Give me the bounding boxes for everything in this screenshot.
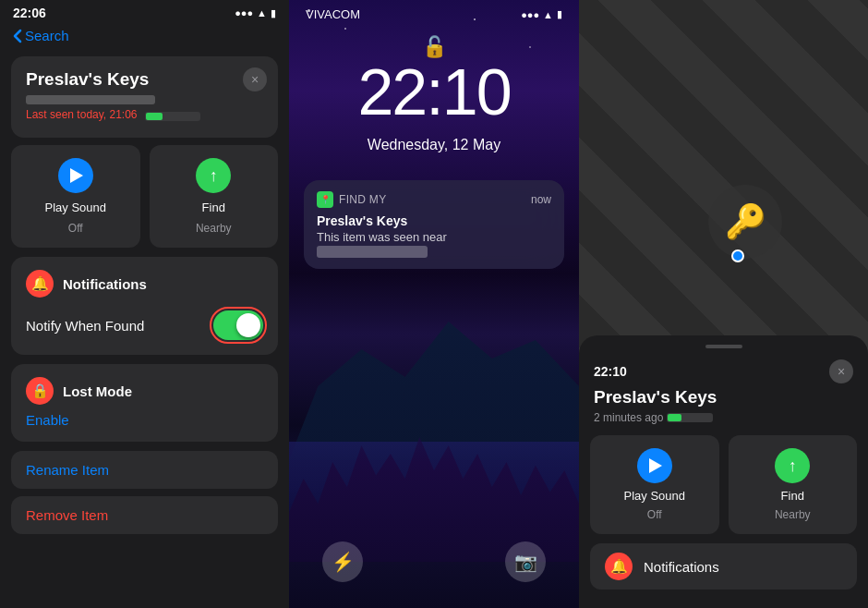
location-dot	[731, 249, 744, 262]
lockscreen-date: Wednesday, 12 May	[289, 137, 579, 153]
notifications-icon: 🔔	[26, 270, 54, 298]
map-play-sound-icon-bg	[637, 448, 672, 483]
back-label: Search	[25, 28, 69, 43]
ls-signal-icon: ●●●	[521, 9, 539, 20]
find-nearby-sub: Nearby	[196, 222, 232, 235]
play-sound-icon-bg	[58, 158, 93, 193]
map-action-buttons-row: Play Sound Off ↑ Find Nearby	[579, 435, 868, 543]
notif-app-name: FIND MY	[339, 193, 386, 206]
signal-icon: ●●●	[235, 7, 253, 18]
device-last-seen: Last seen today, 21:06	[26, 108, 138, 121]
lockscreen-status-bar: VIVACOM ●●● ▲ ▮	[289, 7, 579, 21]
map-play-sound-label: Play Sound	[624, 489, 686, 503]
map-close-button[interactable]: ×	[829, 359, 853, 383]
play-sound-label: Play Sound	[45, 201, 107, 214]
find-nearby-button[interactable]: ↑ Find Nearby	[150, 145, 279, 248]
arrow-up-icon: ↑	[210, 166, 218, 186]
map-play-sound-button[interactable]: Play Sound Off	[590, 435, 719, 534]
notifications-header: 🔔 Notifications	[26, 270, 263, 298]
enable-lost-mode-button[interactable]: Enable	[26, 412, 69, 428]
nav-bar-p1: Search	[0, 24, 289, 49]
close-button[interactable]: ×	[243, 67, 267, 91]
lockscreen-time: 22:10	[289, 55, 579, 129]
notifications-section: 🔔 Notifications Notify When Found	[11, 257, 278, 355]
ls-wifi-icon: ▲	[543, 9, 553, 20]
findmy-app-icon: 📍	[317, 191, 333, 208]
map-find-nearby-sub: Nearby	[775, 508, 811, 521]
flashlight-button[interactable]: ⚡	[322, 541, 363, 582]
notif-title: Preslav's Keys	[317, 213, 551, 228]
notify-when-found-row: Notify When Found	[26, 309, 263, 342]
toggle-thumb	[236, 313, 260, 337]
notify-when-found-toggle[interactable]	[213, 310, 263, 340]
map-device-title: Preslav's Keys	[579, 387, 868, 411]
ls-battery-icon: ▮	[557, 8, 562, 20]
panel-lockscreen: VIVACOM ●●● ▲ ▮ 🔓 22:10 Wednesday, 12 Ma…	[289, 0, 579, 608]
ls-status-icons: ●●● ▲ ▮	[521, 8, 562, 20]
map-bottom-sheet: 22:10 × Preslav's Keys 2 minutes ago Pla…	[579, 335, 868, 608]
battery-icon: ▮	[271, 7, 276, 19]
map-arrow-up-icon: ↑	[789, 456, 797, 476]
camera-button[interactable]: 📷	[505, 541, 546, 582]
lost-mode-section: 🔒 Lost Mode Enable	[11, 364, 278, 442]
map-find-nearby-button[interactable]: ↑ Find Nearby	[729, 435, 858, 534]
back-button[interactable]: Search	[13, 28, 276, 43]
notif-app-row: 📍 FIND MY	[317, 191, 386, 208]
wifi-icon: ▲	[257, 7, 267, 18]
carrier-label: VIVACOM	[306, 7, 360, 21]
lockscreen-notification: 📍 FIND MY now Preslav's Keys This item w…	[304, 180, 564, 269]
device-battery	[145, 112, 200, 121]
find-nearby-icon-bg: ↑	[196, 158, 231, 193]
star-2	[344, 28, 346, 30]
lost-mode-icon: 🔒	[26, 377, 54, 405]
bottom-spacer	[579, 590, 868, 608]
toggle-track	[213, 310, 263, 340]
map-find-nearby-icon-bg: ↑	[775, 448, 810, 483]
device-card: Preslav's Keys Last seen today, 21:06 ×	[11, 56, 278, 138]
sheet-time: 22:10	[594, 364, 627, 379]
sheet-handle	[705, 345, 742, 348]
remove-item-button[interactable]: Remove Item	[11, 496, 278, 534]
status-time-p1: 22:06	[13, 6, 46, 20]
map-notifications-icon: 🔔	[605, 553, 633, 580]
map-notifications-row[interactable]: 🔔 Notifications	[590, 543, 857, 590]
map-battery	[667, 413, 713, 422]
panel-findmy-app: 22:06 ●●● ▲ ▮ Search Preslav's Keys Last…	[0, 0, 289, 608]
map-play-icon	[649, 458, 662, 473]
map-play-sound-sub: Off	[647, 508, 662, 521]
play-icon	[70, 168, 83, 183]
rename-item-button[interactable]: Rename Item	[11, 451, 278, 489]
lost-mode-title: Lost Mode	[63, 383, 132, 399]
map-device-meta: 2 minutes ago	[579, 411, 868, 435]
play-sound-sub: Off	[68, 222, 83, 235]
notif-address-blur	[317, 246, 428, 258]
notif-body: This item was seen near	[317, 230, 551, 258]
status-bar-panel1: 22:06 ●●● ▲ ▮	[0, 0, 289, 24]
notif-header: 📍 FIND MY now	[317, 191, 551, 208]
notify-when-found-label: Notify When Found	[26, 318, 144, 334]
action-buttons-row: Play Sound Off ↑ Find Nearby	[11, 145, 278, 248]
play-sound-button[interactable]: Play Sound Off	[11, 145, 140, 248]
key-marker: 🔑	[708, 185, 782, 259]
map-find-nearby-label: Find	[781, 489, 804, 503]
panel-map: 🔑 22:10 × Preslav's Keys 2 minutes ago P…	[579, 0, 868, 608]
sheet-status-bar: 22:10 ×	[579, 359, 868, 387]
notif-time: now	[531, 193, 551, 206]
status-icons-p1: ●●● ▲ ▮	[235, 7, 276, 19]
lost-mode-header: 🔒 Lost Mode	[26, 377, 263, 405]
device-title: Preslav's Keys	[26, 69, 263, 90]
find-nearby-label: Find	[202, 201, 225, 214]
map-notifications-label: Notifications	[644, 559, 719, 575]
notifications-title: Notifications	[63, 276, 147, 292]
star-4	[529, 46, 531, 48]
